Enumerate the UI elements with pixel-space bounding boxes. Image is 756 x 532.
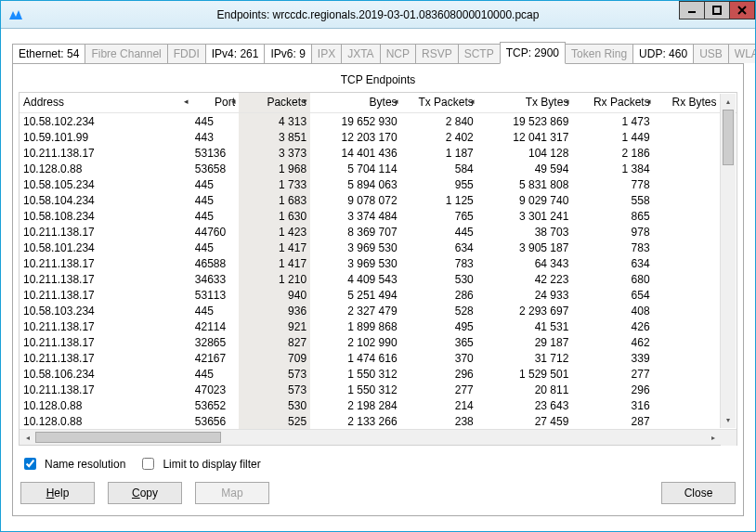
close-window-button[interactable] — [729, 1, 755, 19]
table-row[interactable]: 10.58.102.2344454 31319 652 9302 84019 5… — [20, 113, 736, 130]
table-row[interactable]: 10.58.104.2344451 6839 078 0721 1259 029… — [20, 192, 736, 208]
cell-port: 42167 — [191, 350, 239, 366]
cell-port: 42114 — [191, 318, 239, 334]
cell-rxbytes — [654, 113, 721, 130]
cell-txbytes: 64 343 — [477, 255, 573, 271]
table-row[interactable]: 10.128.0.88536565252 133 26623827 459287 — [20, 413, 736, 429]
name-resolution-checkbox[interactable]: Name resolution — [20, 455, 125, 473]
col-txbytes[interactable]: Tx Bytes◂ — [477, 93, 573, 113]
cell-rxbytes — [654, 366, 721, 382]
cell-txpackets: 238 — [401, 413, 477, 429]
limit-filter-checkbox[interactable]: Limit to display filter — [138, 455, 260, 473]
cell-rxbytes — [654, 192, 721, 208]
scroll-right-icon[interactable]: ▸ — [705, 430, 721, 446]
scroll-thumb[interactable] — [35, 432, 221, 443]
table-row[interactable]: 10.128.0.88536581 9685 704 11458449 5941… — [20, 161, 736, 176]
table-row[interactable]: 10.211.138.17531139405 251 49428624 9336… — [20, 287, 736, 303]
copy-button[interactable]: Copy — [108, 482, 182, 504]
tab-ipv6-9[interactable]: IPv6: 9 — [264, 44, 311, 63]
cell-bytes: 2 198 284 — [310, 397, 401, 413]
horizontal-scrollbar[interactable]: ◂ ▸ — [20, 429, 736, 445]
col-packets[interactable]: Packets▾ — [239, 93, 310, 113]
table-row[interactable]: 10.211.138.17346331 2104 409 54353042 22… — [20, 271, 736, 287]
tab-tcp-2900[interactable]: TCP: 2900 — [500, 42, 566, 64]
cell-rxpackets: 783 — [572, 240, 653, 255]
table-row[interactable]: 10.58.106.2344455731 550 3122961 529 501… — [20, 366, 736, 382]
table-row[interactable]: 10.211.138.17447601 4238 369 70744538 70… — [20, 224, 736, 240]
scroll-corner — [721, 430, 736, 446]
cell-packets: 940 — [239, 287, 310, 303]
cell-packets: 4 313 — [239, 113, 310, 130]
cell-rxpackets: 1 449 — [572, 129, 653, 145]
scroll-down-icon[interactable]: ▾ — [721, 412, 736, 428]
scroll-left-icon[interactable]: ◂ — [20, 430, 35, 446]
scroll-thumb[interactable] — [723, 110, 734, 165]
cell-address: 10.211.138.17 — [20, 382, 191, 397]
cell-txpackets: 528 — [401, 303, 477, 318]
cell-port: 53658 — [191, 161, 239, 176]
cell-rxpackets: 408 — [572, 303, 653, 318]
cell-address: 10.211.138.17 — [20, 145, 191, 161]
table-row[interactable]: 10.58.103.2344459362 327 4795282 293 697… — [20, 303, 736, 318]
tab-sctp: SCTP — [458, 44, 501, 63]
cell-bytes: 1 550 312 — [310, 382, 401, 397]
table-row[interactable]: 10.58.105.2344451 7335 894 0639555 831 8… — [20, 176, 736, 192]
tab-ipv4-261[interactable]: IPv4: 261 — [205, 44, 266, 63]
maximize-button[interactable] — [704, 1, 730, 19]
table-row[interactable]: 10.58.108.2344451 6303 374 4847653 301 2… — [20, 208, 736, 224]
tab-udp-460[interactable]: UDP: 460 — [632, 44, 694, 63]
cell-bytes: 3 969 530 — [310, 255, 401, 271]
cell-txbytes: 2 293 697 — [477, 303, 573, 318]
cell-txpackets: 277 — [401, 382, 477, 397]
cell-rxpackets: 978 — [572, 224, 653, 240]
limit-filter-input[interactable] — [142, 458, 154, 470]
col-address[interactable]: Address◂ — [20, 93, 191, 113]
help-button[interactable]: Help — [20, 482, 95, 504]
scroll-up-icon[interactable]: ▴ — [721, 94, 736, 110]
cell-rxpackets: 287 — [572, 413, 653, 429]
cell-rxbytes — [654, 208, 721, 224]
name-resolution-input[interactable] — [24, 458, 36, 470]
cell-bytes: 19 652 930 — [310, 113, 401, 130]
col-rxbytes[interactable]: Rx Bytes — [654, 93, 721, 113]
tab-jxta: JXTA — [341, 44, 380, 63]
cell-rxpackets: 1 473 — [572, 113, 653, 130]
tab-ethernet-54[interactable]: Ethernet: 54 — [12, 44, 85, 63]
vertical-scrollbar[interactable]: ▴ ▾ — [720, 94, 736, 428]
table-row[interactable]: 10.211.138.17470235731 550 31227720 8112… — [20, 382, 736, 397]
cell-address: 10.59.101.99 — [20, 129, 191, 145]
table-row[interactable]: 10.211.138.17328658272 102 99036529 1874… — [20, 334, 736, 350]
col-port[interactable]: Port◂ — [191, 93, 239, 113]
minimize-button[interactable] — [679, 1, 705, 19]
cell-port: 445 — [191, 192, 239, 208]
close-button[interactable]: Close — [661, 482, 736, 504]
col-rxpackets[interactable]: Rx Packets◂ — [572, 93, 653, 113]
cell-packets: 1 733 — [239, 176, 310, 192]
cell-port: 445 — [191, 366, 239, 382]
tab-fddi: FDDI — [167, 44, 206, 63]
cell-rxbytes — [654, 397, 721, 413]
cell-port: 32865 — [191, 334, 239, 350]
tab-wlan: WLAN — [728, 44, 756, 63]
tab-panel: TCP Endpoints Address◂ Port◂ Packets▾ By… — [12, 64, 744, 516]
tab-usb: USB — [693, 44, 729, 63]
table-row[interactable]: 10.59.101.994433 85112 203 1702 40212 04… — [20, 129, 736, 145]
cell-address: 10.211.138.17 — [20, 334, 191, 350]
table-row[interactable]: 10.211.138.17421149211 899 86849541 5314… — [20, 318, 736, 334]
table-row[interactable]: 10.211.138.17531363 37314 401 4361 18710… — [20, 145, 736, 161]
table-row[interactable]: 10.211.138.17421677091 474 61637031 7123… — [20, 350, 736, 366]
sort-icon: ◂ — [646, 97, 651, 106]
options-row: Name resolution Limit to display filter — [19, 446, 737, 476]
cell-txbytes: 27 459 — [477, 413, 573, 429]
cell-address: 10.58.103.234 — [20, 303, 191, 318]
cell-bytes: 2 327 479 — [310, 303, 401, 318]
cell-rxpackets: 1 384 — [572, 161, 653, 176]
cell-address: 10.58.105.234 — [20, 176, 191, 192]
table-row[interactable]: 10.211.138.17465881 4173 969 53078364 34… — [20, 255, 736, 271]
col-bytes[interactable]: Bytes◂ — [310, 93, 401, 113]
table-row[interactable]: 10.128.0.88536525302 198 28421423 643316 — [20, 397, 736, 413]
col-txpackets[interactable]: Tx Packets◂ — [401, 93, 477, 113]
cell-rxbytes — [654, 303, 721, 318]
cell-txpackets: 445 — [401, 224, 477, 240]
table-row[interactable]: 10.58.101.2344451 4173 969 5306343 905 1… — [20, 240, 736, 255]
